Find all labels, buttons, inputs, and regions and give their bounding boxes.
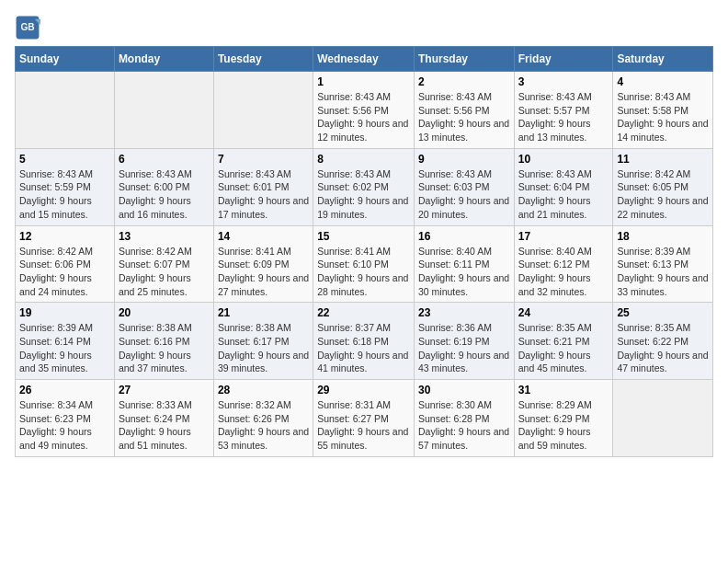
day-info: Sunrise: 8:38 AM Sunset: 6:17 PM Dayligh… (218, 321, 309, 375)
day-number: 12 (19, 230, 110, 243)
calendar-cell (114, 72, 213, 149)
day-info: Sunrise: 8:37 AM Sunset: 6:18 PM Dayligh… (317, 321, 410, 375)
calendar-cell: 19Sunrise: 8:39 AM Sunset: 6:14 PM Dayli… (16, 303, 115, 380)
day-number: 29 (317, 384, 410, 396)
calendar-cell: 8Sunrise: 8:43 AM Sunset: 6:02 PM Daylig… (313, 148, 415, 225)
calendar-week-row: 1Sunrise: 8:43 AM Sunset: 5:56 PM Daylig… (16, 72, 713, 149)
calendar-cell: 23Sunrise: 8:36 AM Sunset: 6:19 PM Dayli… (414, 303, 514, 380)
day-info: Sunrise: 8:43 AM Sunset: 6:04 PM Dayligh… (518, 167, 609, 222)
weekday-header: Wednesday (313, 47, 415, 72)
calendar-cell: 3Sunrise: 8:43 AM Sunset: 5:57 PM Daylig… (514, 72, 613, 149)
day-info: Sunrise: 8:40 AM Sunset: 6:11 PM Dayligh… (418, 245, 510, 299)
calendar-cell: 1Sunrise: 8:43 AM Sunset: 5:56 PM Daylig… (313, 72, 415, 149)
day-number: 7 (218, 153, 309, 166)
calendar-cell: 9Sunrise: 8:43 AM Sunset: 6:03 PM Daylig… (414, 148, 514, 225)
weekday-header: Sunday (16, 47, 115, 72)
calendar-cell: 5Sunrise: 8:43 AM Sunset: 5:59 PM Daylig… (16, 148, 115, 225)
calendar-cell: 29Sunrise: 8:31 AM Sunset: 6:27 PM Dayli… (313, 380, 415, 457)
calendar-cell: 25Sunrise: 8:35 AM Sunset: 6:22 PM Dayli… (613, 303, 713, 380)
svg-text:GB: GB (20, 22, 34, 32)
day-info: Sunrise: 8:39 AM Sunset: 6:14 PM Dayligh… (19, 321, 110, 375)
day-number: 28 (218, 384, 309, 396)
day-info: Sunrise: 8:43 AM Sunset: 5:59 PM Dayligh… (19, 167, 110, 222)
calendar-cell: 16Sunrise: 8:40 AM Sunset: 6:11 PM Dayli… (414, 225, 514, 303)
day-info: Sunrise: 8:43 AM Sunset: 6:01 PM Dayligh… (218, 167, 309, 222)
day-info: Sunrise: 8:31 AM Sunset: 6:27 PM Dayligh… (317, 398, 410, 453)
day-number: 13 (119, 230, 210, 243)
day-info: Sunrise: 8:39 AM Sunset: 6:13 PM Dayligh… (617, 245, 709, 299)
calendar-table: SundayMondayTuesdayWednesdayThursdayFrid… (15, 46, 713, 457)
day-info: Sunrise: 8:42 AM Sunset: 6:06 PM Dayligh… (19, 245, 110, 299)
calendar-cell: 21Sunrise: 8:38 AM Sunset: 6:17 PM Dayli… (213, 303, 313, 380)
calendar-cell: 14Sunrise: 8:41 AM Sunset: 6:09 PM Dayli… (213, 225, 313, 303)
day-number: 25 (617, 306, 709, 319)
calendar-cell: 15Sunrise: 8:41 AM Sunset: 6:10 PM Dayli… (313, 225, 415, 303)
day-number: 17 (518, 230, 609, 243)
day-number: 16 (418, 230, 510, 243)
day-info: Sunrise: 8:33 AM Sunset: 6:24 PM Dayligh… (119, 398, 210, 453)
calendar-cell: 13Sunrise: 8:42 AM Sunset: 6:07 PM Dayli… (114, 225, 213, 303)
day-number: 24 (518, 306, 609, 319)
day-info: Sunrise: 8:43 AM Sunset: 6:02 PM Dayligh… (317, 167, 410, 222)
day-number: 5 (19, 153, 110, 166)
weekday-header: Friday (514, 47, 613, 72)
weekday-header: Monday (114, 47, 213, 72)
day-number: 20 (119, 306, 210, 319)
calendar-cell: 26Sunrise: 8:34 AM Sunset: 6:23 PM Dayli… (16, 380, 115, 457)
day-info: Sunrise: 8:35 AM Sunset: 6:22 PM Dayligh… (617, 321, 709, 375)
day-number: 9 (418, 153, 510, 166)
logo: GB (15, 15, 44, 40)
day-number: 14 (218, 230, 309, 243)
calendar-body: 1Sunrise: 8:43 AM Sunset: 5:56 PM Daylig… (16, 72, 713, 457)
day-info: Sunrise: 8:41 AM Sunset: 6:09 PM Dayligh… (218, 245, 309, 299)
calendar-cell: 2Sunrise: 8:43 AM Sunset: 5:56 PM Daylig… (414, 72, 514, 149)
calendar-cell: 12Sunrise: 8:42 AM Sunset: 6:06 PM Dayli… (16, 225, 115, 303)
day-number: 18 (617, 230, 709, 243)
day-number: 1 (317, 75, 410, 88)
weekday-header: Thursday (414, 47, 514, 72)
calendar-cell: 28Sunrise: 8:32 AM Sunset: 6:26 PM Dayli… (213, 380, 313, 457)
calendar-cell: 27Sunrise: 8:33 AM Sunset: 6:24 PM Dayli… (114, 380, 213, 457)
day-number: 30 (418, 384, 510, 396)
day-number: 10 (518, 153, 609, 166)
day-number: 6 (119, 153, 210, 166)
day-number: 21 (218, 306, 309, 319)
day-number: 3 (518, 75, 609, 88)
day-info: Sunrise: 8:42 AM Sunset: 6:07 PM Dayligh… (119, 245, 210, 299)
day-info: Sunrise: 8:30 AM Sunset: 6:28 PM Dayligh… (418, 398, 510, 453)
day-info: Sunrise: 8:41 AM Sunset: 6:10 PM Dayligh… (317, 245, 410, 299)
day-info: Sunrise: 8:35 AM Sunset: 6:21 PM Dayligh… (518, 321, 609, 375)
day-info: Sunrise: 8:40 AM Sunset: 6:12 PM Dayligh… (518, 245, 609, 299)
calendar-week-row: 19Sunrise: 8:39 AM Sunset: 6:14 PM Dayli… (16, 303, 713, 380)
day-number: 22 (317, 306, 410, 319)
day-number: 31 (518, 384, 609, 396)
calendar-week-row: 5Sunrise: 8:43 AM Sunset: 5:59 PM Daylig… (16, 148, 713, 225)
calendar-cell: 7Sunrise: 8:43 AM Sunset: 6:01 PM Daylig… (213, 148, 313, 225)
calendar-week-row: 12Sunrise: 8:42 AM Sunset: 6:06 PM Dayli… (16, 225, 713, 303)
day-info: Sunrise: 8:34 AM Sunset: 6:23 PM Dayligh… (19, 398, 110, 453)
calendar-cell: 6Sunrise: 8:43 AM Sunset: 6:00 PM Daylig… (114, 148, 213, 225)
day-info: Sunrise: 8:36 AM Sunset: 6:19 PM Dayligh… (418, 321, 510, 375)
calendar-cell (613, 380, 713, 457)
day-number: 27 (119, 384, 210, 396)
day-number: 15 (317, 230, 410, 243)
day-number: 8 (317, 153, 410, 166)
day-info: Sunrise: 8:43 AM Sunset: 5:56 PM Dayligh… (418, 90, 510, 144)
calendar-cell: 4Sunrise: 8:43 AM Sunset: 5:58 PM Daylig… (613, 72, 713, 149)
weekday-row: SundayMondayTuesdayWednesdayThursdayFrid… (16, 47, 713, 72)
weekday-header: Tuesday (213, 47, 313, 72)
calendar-cell: 17Sunrise: 8:40 AM Sunset: 6:12 PM Dayli… (514, 225, 613, 303)
logo-icon: GB (15, 15, 40, 40)
day-info: Sunrise: 8:43 AM Sunset: 6:00 PM Dayligh… (119, 167, 210, 222)
calendar-cell: 18Sunrise: 8:39 AM Sunset: 6:13 PM Dayli… (613, 225, 713, 303)
calendar-cell (213, 72, 313, 149)
day-info: Sunrise: 8:43 AM Sunset: 5:56 PM Dayligh… (317, 90, 410, 144)
calendar-cell: 11Sunrise: 8:42 AM Sunset: 6:05 PM Dayli… (613, 148, 713, 225)
day-info: Sunrise: 8:43 AM Sunset: 6:03 PM Dayligh… (418, 167, 510, 222)
day-info: Sunrise: 8:43 AM Sunset: 5:58 PM Dayligh… (617, 90, 709, 144)
calendar-cell: 24Sunrise: 8:35 AM Sunset: 6:21 PM Dayli… (514, 303, 613, 380)
day-number: 2 (418, 75, 510, 88)
day-number: 23 (418, 306, 510, 319)
page-header: GB (15, 15, 713, 40)
calendar-cell: 10Sunrise: 8:43 AM Sunset: 6:04 PM Dayli… (514, 148, 613, 225)
